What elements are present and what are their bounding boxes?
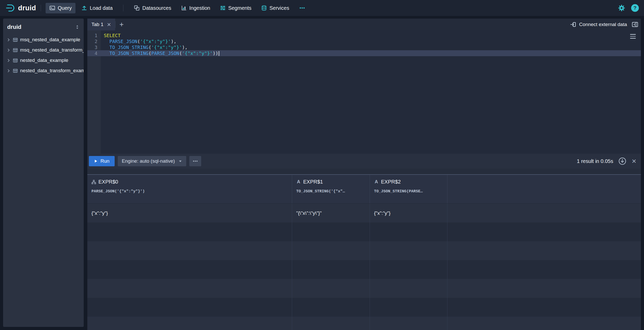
- nav-ingestion-label: Ingestion: [189, 5, 210, 11]
- editor-line-2[interactable]: 2 PARSE_JSON('{"x":"y"}'),: [87, 38, 641, 44]
- chevron-right-icon: [7, 38, 11, 42]
- upload-icon: [81, 5, 87, 11]
- column-header-expr-1[interactable]: AEXPR$1TO_JSON_STRING('{"x"…: [292, 175, 370, 203]
- divider: [123, 5, 123, 11]
- line-number: 1: [87, 32, 101, 38]
- nav-load-data[interactable]: Load data: [78, 3, 116, 13]
- nav-datasources[interactable]: Datasources: [130, 3, 175, 13]
- sql-editor[interactable]: 1SELECT2 PARSE_JSON('{"x":"y"}'),3 TO_JS…: [87, 30, 641, 154]
- header-filler: [447, 175, 641, 203]
- nav-services[interactable]: Services: [257, 3, 293, 13]
- empty-cell: [370, 317, 447, 330]
- run-label: Run: [100, 158, 109, 164]
- empty-cell: [370, 222, 447, 241]
- chevron-right-icon: [7, 48, 11, 52]
- run-more-button[interactable]: [189, 156, 201, 166]
- sort-datasources-button[interactable]: [75, 25, 80, 29]
- column-header-expr-0[interactable]: EXPR$0PARSE_JSON('{"x":"y"}'): [87, 175, 292, 203]
- engine-select[interactable]: Engine: auto (sql-native): [118, 156, 186, 166]
- topbar-right: ?: [618, 4, 639, 12]
- result-status: 1 result in 0.05s: [577, 158, 613, 164]
- schema-sidebar: druid msq_nested_data_example: [3, 19, 84, 327]
- datasource-item-nested-data-example[interactable]: nested_data_example: [3, 55, 84, 65]
- download-results-button[interactable]: [618, 157, 626, 165]
- result-cell[interactable]: {"x":"y"}: [370, 204, 447, 222]
- brand[interactable]: druid: [5, 3, 36, 13]
- result-cell[interactable]: "{\"x\":\"y\"}": [292, 204, 370, 222]
- help-icon: ?: [631, 4, 639, 12]
- code-line: SELECT: [101, 32, 121, 38]
- empty-row: [87, 260, 641, 279]
- datasource-item-msq-nested-data-example[interactable]: msq_nested_data_example: [3, 35, 84, 45]
- empty-row: [87, 317, 641, 330]
- nav-ingestion[interactable]: Ingestion: [177, 3, 214, 13]
- empty-cell: [292, 260, 370, 279]
- download-icon: [618, 157, 626, 165]
- results-table: EXPR$0PARSE_JSON('{"x":"y"}')AEXPR$1TO_J…: [87, 175, 641, 330]
- column-header-expr-2[interactable]: AEXPR$2TO_JSON_STRING(PARSE…: [370, 175, 447, 203]
- editor-menu-icon[interactable]: [629, 33, 637, 40]
- nav-services-label: Services: [269, 5, 289, 11]
- row-filler: [447, 241, 641, 260]
- ellipsis-icon: [192, 158, 198, 164]
- connect-external-data-button[interactable]: Connect external data: [567, 19, 630, 30]
- database-icon: [261, 5, 267, 11]
- tabbar-right: Connect external data: [567, 19, 641, 30]
- row-filler: [447, 317, 641, 330]
- add-tab-button[interactable]: +: [115, 21, 128, 28]
- line-number: 4: [87, 50, 101, 56]
- close-tab-icon[interactable]: ×: [107, 21, 111, 28]
- editor-line-4[interactable]: 4 TO_JSON_STRING(PARSE_JSON('{"x":"y"}')…: [87, 50, 641, 56]
- datasource-item-nested-data-transform[interactable]: nested_data_transform_exampl: [3, 65, 84, 76]
- string-type-icon: A: [296, 179, 301, 185]
- console-icon: [49, 5, 55, 11]
- divider: [41, 5, 41, 11]
- schema-title: druid: [7, 24, 21, 30]
- result-row: {"x":"y"}"{\"x\":\"y\"}"{"x":"y"}: [87, 204, 641, 222]
- settings-button[interactable]: [618, 4, 625, 12]
- empty-cell: [87, 317, 292, 330]
- top-navigation-bar: druid Query Load data: [0, 0, 644, 16]
- code-line: PARSE_JSON('{"x":"y"}'),: [101, 38, 176, 44]
- empty-row: [87, 279, 641, 298]
- line-number: 3: [87, 44, 101, 50]
- column-name: EXPR$0: [98, 179, 118, 185]
- nav-query[interactable]: Query: [46, 3, 75, 13]
- nav-load-data-label: Load data: [90, 5, 113, 11]
- result-cell[interactable]: {"x":"y"}: [87, 204, 292, 222]
- empty-row: [87, 222, 641, 241]
- row-filler: [447, 204, 641, 222]
- empty-cell: [87, 298, 292, 317]
- open-side-panel-button[interactable]: [632, 21, 638, 28]
- close-results-icon[interactable]: ×: [632, 157, 636, 165]
- datasource-label: nested_data_transform_exampl: [20, 68, 84, 73]
- engine-label: Engine: auto (sql-native): [122, 158, 175, 164]
- connect-external-data-label: Connect external data: [579, 22, 627, 27]
- empty-row: [87, 298, 641, 317]
- nav-segments[interactable]: Segments: [216, 3, 255, 13]
- text-cursor: [219, 51, 219, 56]
- column-expression: TO_JSON_STRING(PARSE…: [374, 189, 444, 194]
- connect-data-icon: [570, 21, 576, 28]
- datasources-icon: [134, 5, 140, 11]
- editor-line-3[interactable]: 3 TO_JSON_STRING('{"x":"y"}'),: [87, 44, 641, 50]
- results-spacer: [87, 169, 641, 175]
- empty-cell: [292, 317, 370, 330]
- table-icon: [13, 58, 18, 63]
- column-expression: TO_JSON_STRING('{"x"…: [296, 189, 367, 194]
- run-button[interactable]: Run: [89, 156, 115, 166]
- string-type-icon: A: [374, 179, 379, 185]
- nav-more-button[interactable]: [295, 3, 309, 13]
- datasource-item-msq-nested-data-transform[interactable]: msq_nested_data_transform_ex: [3, 45, 84, 55]
- nav-datasources-label: Datasources: [142, 5, 171, 11]
- empty-cell: [87, 279, 292, 298]
- datasource-label: msq_nested_data_example: [20, 37, 80, 43]
- empty-cell: [87, 260, 292, 279]
- query-workbench: Tab 1 × + Connect external data: [87, 19, 641, 330]
- help-button[interactable]: ?: [631, 4, 639, 12]
- column-expression: PARSE_JSON('{"x":"y"}'): [91, 189, 289, 194]
- tab-1[interactable]: Tab 1 ×: [87, 19, 115, 30]
- line-number: 2: [87, 38, 101, 44]
- table-icon: [13, 37, 18, 42]
- editor-line-1[interactable]: 1SELECT: [87, 32, 641, 38]
